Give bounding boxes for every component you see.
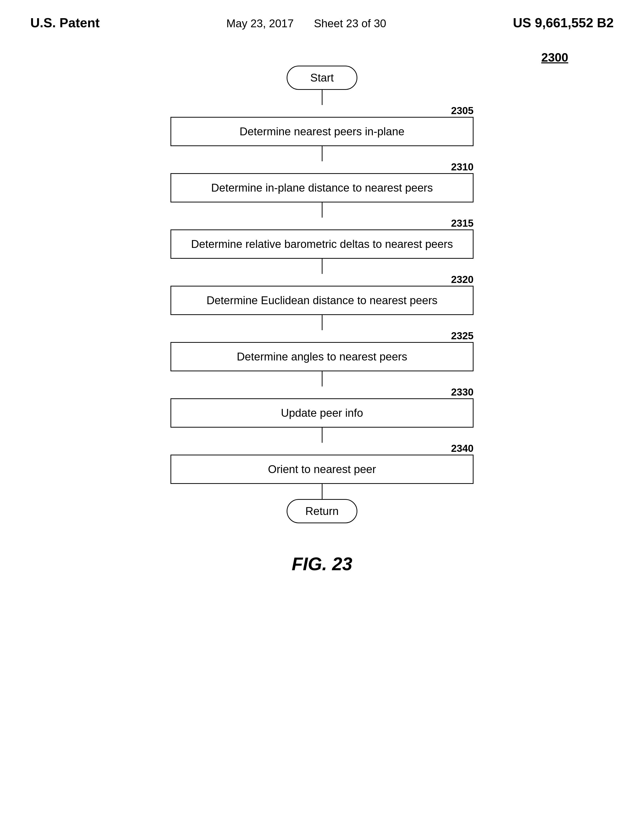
step-label-2315: 2315 xyxy=(171,217,473,229)
connector-4 xyxy=(322,315,322,330)
step-row-2325: 2325 Determine angles to nearest peers xyxy=(171,330,473,371)
diagram-number: 2300 xyxy=(541,50,568,64)
step-box-2325: Determine angles to nearest peers xyxy=(171,342,473,371)
patent-date: May 23, 2017 xyxy=(226,17,294,30)
start-oval: Start xyxy=(287,66,357,90)
step-row-2315: 2315 Determine relative barometric delta… xyxy=(171,217,473,259)
step-row-2340: 2340 Orient to nearest peer xyxy=(171,443,473,484)
step-label-2330: 2330 xyxy=(171,386,473,398)
step-label-2305: 2305 xyxy=(171,105,473,116)
step-label-2320: 2320 xyxy=(171,274,473,285)
step-label-2325: 2325 xyxy=(171,330,473,341)
diagram-container: 2300 Start 2305 Determine nearest peers … xyxy=(0,50,644,574)
patent-number: US 9,661,552 B2 xyxy=(513,15,614,30)
connector-1 xyxy=(322,146,322,161)
flowchart: Start 2305 Determine nearest peers in-pl… xyxy=(171,66,473,523)
connector-3 xyxy=(322,259,322,274)
patent-header: U.S. Patent May 23, 2017 Sheet 23 of 30 … xyxy=(0,0,644,30)
figure-label: FIG. 23 xyxy=(292,553,352,574)
return-oval: Return xyxy=(287,499,357,523)
connector-5 xyxy=(322,371,322,386)
step-box-2305: Determine nearest peers in-plane xyxy=(171,117,473,146)
patent-sheet: Sheet 23 of 30 xyxy=(314,17,386,30)
step-box-2320: Determine Euclidean distance to nearest … xyxy=(171,286,473,315)
connector-2 xyxy=(322,203,322,217)
step-row-2320: 2320 Determine Euclidean distance to nea… xyxy=(171,274,473,315)
connector-0 xyxy=(322,90,322,105)
us-patent-label: U.S. Patent xyxy=(30,15,100,30)
step-label-2340: 2340 xyxy=(171,443,473,454)
step-row-2305: 2305 Determine nearest peers in-plane xyxy=(171,105,473,146)
patent-title: U.S. Patent xyxy=(30,15,100,30)
connector-6 xyxy=(322,428,322,443)
step-label-2310: 2310 xyxy=(171,161,473,173)
step-box-2310: Determine in-plane distance to nearest p… xyxy=(171,173,473,203)
step-box-2315: Determine relative barometric deltas to … xyxy=(171,230,473,259)
connector-7 xyxy=(322,484,322,499)
step-row-2310: 2310 Determine in-plane distance to near… xyxy=(171,161,473,203)
step-box-2330: Update peer info xyxy=(171,398,473,428)
step-box-2340: Orient to nearest peer xyxy=(171,455,473,484)
patent-date-sheet: May 23, 2017 Sheet 23 of 30 xyxy=(226,17,386,30)
step-row-2330: 2330 Update peer info xyxy=(171,386,473,428)
